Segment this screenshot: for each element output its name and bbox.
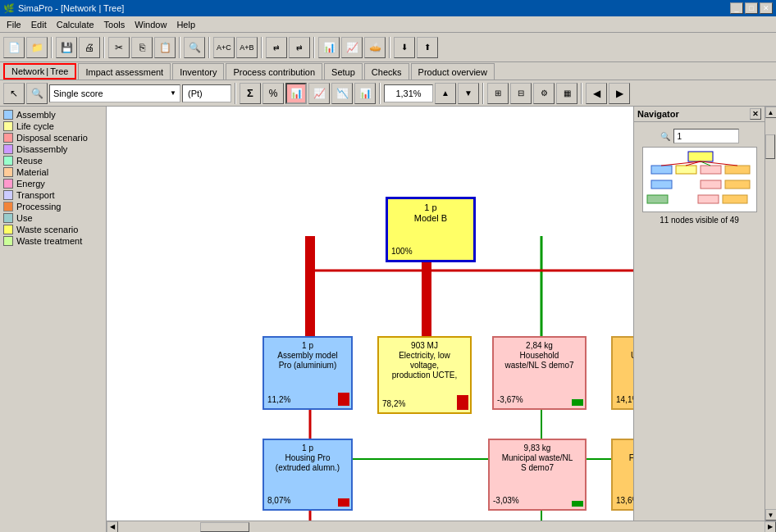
search-button[interactable]: 🔍 xyxy=(184,37,205,58)
open-button[interactable]: 📁 xyxy=(26,37,48,58)
menu-help[interactable]: Help xyxy=(171,18,200,31)
collapse-btn[interactable]: ⊟ xyxy=(510,83,532,104)
legend-lifecycle-box xyxy=(3,121,13,131)
node-coffee-filter[interactable]: 3,65E3 p Use of a coffee filter 14,1% xyxy=(611,336,633,410)
settings-btn[interactable]: ⚙ xyxy=(533,83,555,104)
legend-energy[interactable]: Energy xyxy=(3,179,103,189)
copy-button[interactable]: ⎘ xyxy=(131,37,153,58)
node-household-waste[interactable]: 2,84 kg Household waste/NL S demo7 -3,67… xyxy=(492,336,587,410)
tab-impact[interactable]: Impact assessment xyxy=(78,63,171,80)
navigator-panel: Navigator ✕ 🔍 1 xyxy=(633,107,765,521)
root-percent: 100% xyxy=(391,247,413,257)
node-electricity[interactable]: 903 MJ Electricity, low voltage, product… xyxy=(377,336,472,414)
n1-percent: 11,2% xyxy=(267,395,290,405)
navigator-title: Navigator ✕ xyxy=(634,107,765,122)
sigma-btn[interactable]: Σ xyxy=(240,83,261,104)
print-button[interactable]: 🖨 xyxy=(79,37,100,58)
menu-tools[interactable]: Tools xyxy=(99,18,130,31)
sep7 xyxy=(389,37,390,58)
btn7[interactable]: ⇄ xyxy=(289,37,310,58)
close-button[interactable]: ✕ xyxy=(760,2,773,14)
magnify-btn[interactable]: 🔍 xyxy=(26,83,48,104)
legend-reuse-box xyxy=(3,156,13,166)
chart2-btn[interactable]: 📈 xyxy=(308,83,330,104)
import-btn[interactable]: ⬇ xyxy=(394,37,415,58)
chart4-btn[interactable]: 📊 xyxy=(354,83,376,104)
legend-waste-treatment[interactable]: Waste treatment xyxy=(3,236,103,246)
export-btn[interactable]: ⬆ xyxy=(417,37,438,58)
menu-edit[interactable]: Edit xyxy=(26,18,52,31)
cursor-btn[interactable]: ↖ xyxy=(3,83,25,104)
legend-reuse[interactable]: Reuse xyxy=(3,156,103,166)
percent-btn[interactable]: % xyxy=(262,83,284,104)
legend-processing[interactable]: Processing xyxy=(3,202,103,211)
legend-use[interactable]: Use xyxy=(3,213,103,223)
ab-button[interactable]: A+B xyxy=(236,37,258,58)
legend-transport[interactable]: Transport xyxy=(3,190,103,200)
layout-btn[interactable]: ▦ xyxy=(556,83,577,104)
scroll-down-btn[interactable]: ▼ xyxy=(765,509,777,521)
svg-rect-18 xyxy=(701,180,721,189)
sep-tb2-2 xyxy=(379,83,381,104)
svg-rect-13 xyxy=(651,166,672,174)
svg-rect-17 xyxy=(651,180,672,189)
dropdown-arrow-icon: ▼ xyxy=(170,89,176,97)
legend-energy-box xyxy=(3,179,13,189)
node-municipal-waste[interactable]: 9,83 kg Municipal waste/NL S demo7 -3,03… xyxy=(488,439,587,511)
btn6[interactable]: ⇄ xyxy=(266,37,287,58)
navigator-close-button[interactable]: ✕ xyxy=(750,108,761,120)
scroll-thumb-h[interactable] xyxy=(200,522,249,532)
scroll-up-btn[interactable]: ▲ xyxy=(765,107,777,118)
zoom-up-btn[interactable]: ▲ xyxy=(435,83,456,104)
maximize-button[interactable]: □ xyxy=(745,2,758,14)
chart3-btn[interactable]: 📉 xyxy=(331,83,353,104)
scroll-thumb-v[interactable] xyxy=(765,134,775,159)
horizontal-scrollbar[interactable]: ◀ ▶ xyxy=(107,521,776,532)
legend-panel: Assembly Life cycle Disposal scenario Di… xyxy=(0,107,107,532)
legend-material-box xyxy=(3,167,13,177)
chart-active-btn[interactable]: 📊 xyxy=(285,83,307,104)
legend-disassembly[interactable]: Disassembly xyxy=(3,144,103,154)
back-btn[interactable]: ◀ xyxy=(586,83,607,104)
legend-lifecycle[interactable]: Life cycle xyxy=(3,121,103,131)
ac-button[interactable]: A+C xyxy=(213,37,235,58)
node-assembly-model[interactable]: 1 p Assembly model Pro (aluminium) 11,2% xyxy=(262,336,353,410)
expand-btn[interactable]: ⊞ xyxy=(487,83,509,104)
paste-button[interactable]: 📋 xyxy=(154,37,176,58)
save-button[interactable]: 💾 xyxy=(56,37,77,58)
menu-window[interactable]: Window xyxy=(130,18,171,31)
legend-waste-scenario[interactable]: Waste scenario xyxy=(3,225,103,234)
scroll-left-btn[interactable]: ◀ xyxy=(107,521,118,533)
canvas-area[interactable]: 1 p Model B 100% 1 p Assembly model Pro … xyxy=(107,107,633,521)
tab-inventory[interactable]: Inventory xyxy=(172,63,224,80)
score-dropdown[interactable]: Single score ▼ xyxy=(49,84,180,102)
vertical-scrollbar[interactable]: ▲ ▼ xyxy=(765,107,776,521)
nav-zoom-icon: 🔍 xyxy=(660,132,670,141)
node-housing-pro[interactable]: 1 p Housing Pro (extruded alumn.) 8,07% xyxy=(262,439,353,511)
node-filter-production[interactable]: 3,65E3 p Filter production 13,6% xyxy=(611,439,633,511)
tab-checks[interactable]: Checks xyxy=(364,63,409,80)
nav-minimap[interactable] xyxy=(642,147,757,212)
n5-label: 1 p Housing Pro (extruded alumn.) xyxy=(267,443,348,473)
n2-label: 903 MJ Electricity, low voltage, product… xyxy=(382,341,467,380)
bar-chart-btn[interactable]: 📊 xyxy=(318,37,340,58)
legend-assembly[interactable]: Assembly xyxy=(3,110,103,120)
pie-chart-btn[interactable]: 🥧 xyxy=(364,37,386,58)
node-root[interactable]: 1 p Model B 100% xyxy=(386,197,476,262)
forward-btn[interactable]: ▶ xyxy=(609,83,630,104)
bar-chart2-btn[interactable]: 📈 xyxy=(341,37,363,58)
menu-file[interactable]: File xyxy=(2,18,26,31)
scroll-right-btn[interactable]: ▶ xyxy=(765,521,776,533)
legend-material[interactable]: Material xyxy=(3,167,103,177)
new-button[interactable]: 📄 xyxy=(3,37,25,58)
tab-product-overview[interactable]: Product overview xyxy=(411,63,495,80)
tab-network[interactable]: Network | Tree xyxy=(3,63,76,80)
tab-setup[interactable]: Setup xyxy=(324,63,363,80)
legend-disposal[interactable]: Disposal scenario xyxy=(3,133,103,143)
menu-calculate[interactable]: Calculate xyxy=(52,18,99,31)
minimize-button[interactable]: _ xyxy=(730,2,743,14)
zoom-down-btn[interactable]: ▼ xyxy=(458,83,479,104)
navigator-visible-count: 11 nodes visible of 49 xyxy=(660,216,739,225)
cut-button[interactable]: ✂ xyxy=(108,37,130,58)
tab-process-contribution[interactable]: Process contribution xyxy=(226,63,322,80)
